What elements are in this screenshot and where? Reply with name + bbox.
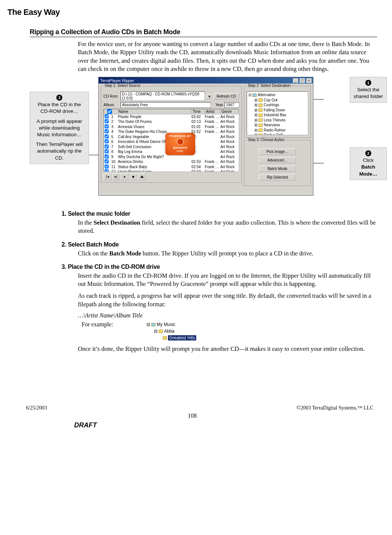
- folder-icon: [258, 134, 263, 135]
- track-list-header: Name Time Artist Genre: [104, 109, 239, 114]
- pointer-line: [313, 163, 324, 163]
- track-checkbox[interactable]: [105, 129, 109, 133]
- pointer-line: [313, 99, 324, 100]
- tree-node[interactable]: ⊞ Less Thieves: [248, 118, 306, 123]
- callout-step-3: 3 Place the CD in the CD-ROM drive… A pr…: [30, 92, 89, 164]
- cdrom-select[interactable]: D:\ (1) - COMPAQ . CD-ROM LTN486S vYQS8 …: [121, 91, 205, 101]
- gracenote-logo-icon: [177, 138, 184, 145]
- folder-open-icon: [151, 323, 155, 326]
- batch-mode-button[interactable]: Batch Mode: [259, 166, 296, 172]
- col-name: Name: [117, 110, 191, 114]
- tree-node[interactable]: ⊞ Rock n Roll: [248, 133, 306, 135]
- folder-icon: [258, 104, 263, 107]
- footer-date: 6/25/2003: [26, 405, 47, 411]
- gracenote-mid: gracenote: [166, 146, 194, 149]
- table-row[interactable]: 3Amnesia Vivace01:01Frank …Art Rock: [104, 124, 239, 130]
- table-row[interactable]: 12Uncle Bernie's Farm02:10Frank …Art Roc…: [104, 169, 239, 172]
- group-step3: Step 3: Choose Action Pick Image… Advanc…: [244, 140, 311, 186]
- col-genre: Genre: [220, 110, 238, 114]
- tree-node[interactable]: ⊞ Cushings: [248, 102, 306, 108]
- folder-icon: [258, 108, 263, 112]
- track-checkbox[interactable]: [105, 134, 109, 138]
- page-footer: 6/25/2003 ©2003 TerraDigital Systems,™ L…: [7, 405, 377, 411]
- year-input[interactable]: 1967: [224, 102, 239, 108]
- window-title: TerraPlayer Ripper: [100, 78, 134, 83]
- track-checkbox[interactable]: [105, 139, 109, 143]
- group-step2: Step 2: Select Destination ⊟ Alternative…: [244, 86, 311, 138]
- step-1-heading: 1. Select the music folder: [62, 211, 377, 217]
- transport-controls: |◂ ▸| ▸ ■ ⏏: [103, 173, 239, 180]
- folder-icon: [258, 124, 263, 127]
- maximize-icon[interactable]: □: [300, 78, 305, 83]
- callout-2-line1: Click: [353, 157, 383, 164]
- titlebar: TerraPlayer Ripper _ □ ×: [99, 77, 313, 84]
- folder-icon: [163, 336, 167, 340]
- table-row[interactable]: 2The Duke Of Prunes02:13Frank …Art Rock: [104, 119, 239, 124]
- callout-number-1: 1: [365, 80, 371, 86]
- example-label: For example:: [82, 321, 113, 328]
- callout-number-3: 3: [56, 95, 62, 101]
- group-step2-title: Step 2: Select Destination: [247, 84, 291, 88]
- next-track-icon[interactable]: ▸: [121, 173, 129, 180]
- window-buttons: _ □ ×: [293, 78, 312, 83]
- page-title: The Easy Way: [7, 7, 377, 17]
- advanced-button[interactable]: Advanced…: [259, 157, 296, 163]
- gracenote-overlay: POWERED BY gracenote cddb.: [165, 133, 195, 155]
- table-row[interactable]: 10America Drinks01:53Frank …Art Rock: [104, 159, 239, 164]
- tree-node[interactable]: ⊟ Alternative: [248, 92, 306, 98]
- album-input[interactable]: Absolutely Free: [121, 102, 211, 108]
- col-artist: Artist: [205, 110, 220, 114]
- track-checkbox[interactable]: [105, 149, 109, 153]
- track-checkbox[interactable]: [105, 144, 109, 149]
- close-icon[interactable]: ×: [306, 78, 312, 83]
- callout-3-line: A prompt will appear while downloading M…: [33, 118, 86, 138]
- step-1-body: In the Select Destination field, select …: [78, 219, 377, 235]
- play-icon[interactable]: ▸|: [112, 173, 120, 180]
- track-checkbox[interactable]: [105, 114, 109, 118]
- group-step1: Step 1: Select Source CD Rom D:\ (1) - C…: [101, 86, 242, 183]
- table-row[interactable]: 11Status Back Baby02:54Frank …Art Rock: [104, 164, 239, 170]
- example-row: For example: ⊟ My Music ⊟ Abba Greatest …: [82, 321, 377, 341]
- folder-open-icon: [253, 94, 257, 97]
- tree-node[interactable]: ⊞ Nearvana: [248, 123, 306, 128]
- ripper-window: TerraPlayer Ripper _ □ × Step 1: Select …: [98, 77, 313, 196]
- minimize-icon[interactable]: _: [293, 78, 298, 83]
- track-checkbox[interactable]: [105, 119, 109, 123]
- chevron-down-icon[interactable]: ▾: [207, 94, 212, 99]
- refresh-cd-button[interactable]: Refresh CD: [213, 93, 239, 100]
- section-heading: Ripping a Collection of Audio CDs in Bat…: [30, 28, 377, 37]
- step-3-body-2: As each track is ripped, a progress bar …: [78, 292, 377, 309]
- stop-icon[interactable]: ■: [129, 173, 137, 180]
- table-row[interactable]: 1Plastic People03:42Frank …Art Rock: [104, 114, 239, 120]
- figure-area: 3 Place the CD in the CD-ROM drive… A pr…: [7, 77, 377, 203]
- track-checkbox[interactable]: [105, 159, 109, 163]
- pick-image-button[interactable]: Pick Image…: [259, 149, 296, 155]
- track-checkbox[interactable]: [105, 169, 109, 172]
- callout-step-2: 2 Click Batch Mode…: [350, 147, 387, 180]
- callout-2-bold: Batch Mode…: [353, 164, 383, 177]
- page-number: 108: [7, 412, 377, 419]
- group-step1-title: Step 1: Select Source: [103, 84, 142, 88]
- track-checkbox[interactable]: [105, 124, 109, 128]
- folder-icon: [159, 330, 163, 333]
- step-3-heading: 3. Place the CD in the CD-ROM drive: [62, 264, 377, 270]
- callout-step-1: 1 Select the shared folder: [350, 77, 387, 102]
- eject-icon[interactable]: ⏏: [138, 173, 146, 180]
- prev-track-icon[interactable]: |◂: [103, 173, 112, 180]
- step-3-body-1: Insert the audio CD in the CD-ROM drive.…: [78, 272, 377, 288]
- track-checkbox[interactable]: [105, 154, 109, 159]
- tree-node[interactable]: ⊞ Radio Rahee: [248, 128, 306, 133]
- callout-number-2: 2: [365, 150, 371, 156]
- pointer-line: [89, 155, 99, 155]
- gracenote-bot: cddb.: [166, 149, 194, 153]
- tree-node[interactable]: ⊞ Cop Out: [248, 98, 306, 103]
- tree-node[interactable]: ⊞ Falling Down: [248, 108, 306, 113]
- col-time: Time: [191, 110, 205, 114]
- destination-tree[interactable]: ⊟ Alternative ⊞ Cop Out ⊞ Cushings ⊞ Fal…: [247, 91, 308, 135]
- cdrom-label: CD Rom: [103, 94, 119, 98]
- track-checkbox[interactable]: [105, 164, 109, 169]
- rip-selected-button[interactable]: Rip Selected: [259, 174, 296, 180]
- track-list[interactable]: Name Time Artist Genre 1Plastic People03…: [103, 109, 239, 172]
- select-all-checkbox[interactable]: [107, 109, 112, 114]
- tree-node[interactable]: ⊞ Industrial Bas: [248, 112, 306, 118]
